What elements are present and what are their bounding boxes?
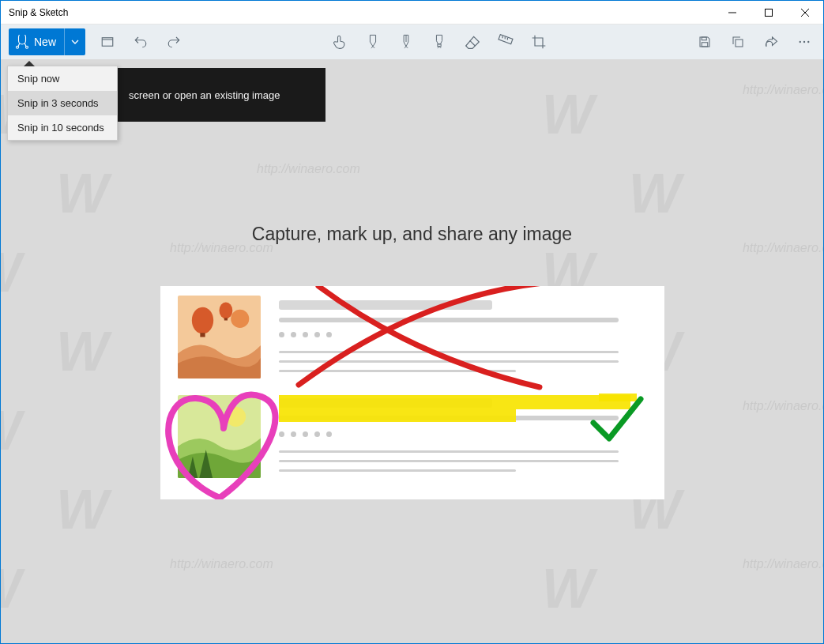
sample-image-hills <box>178 395 261 478</box>
svg-line-14 <box>504 37 506 40</box>
maximize-button[interactable] <box>751 1 787 24</box>
titlebar: Snip & Sketch <box>1 1 823 24</box>
ballpoint-pen-icon <box>366 34 380 50</box>
new-button[interactable]: New <box>9 28 64 55</box>
svg-line-13 <box>502 36 503 39</box>
sample-image-balloons <box>178 296 261 378</box>
svg-point-23 <box>231 310 249 328</box>
svg-rect-1 <box>766 9 773 16</box>
share-icon <box>764 35 778 49</box>
svg-point-29 <box>225 407 245 427</box>
copy-button[interactable] <box>722 28 754 55</box>
app-window: Snip & Sketch New <box>0 0 824 644</box>
ballpoint-pen-button[interactable] <box>357 28 389 55</box>
svg-point-24 <box>191 307 213 334</box>
new-dropdown-menu: Snip now Snip in 3 seconds Snip in 10 se… <box>7 66 118 141</box>
ruler-button[interactable] <box>490 28 521 55</box>
new-split-button: New <box>9 28 85 55</box>
maximize-icon <box>765 9 773 17</box>
more-button[interactable] <box>788 28 820 55</box>
svg-point-19 <box>800 41 801 43</box>
eraser-icon <box>465 34 480 50</box>
undo-icon <box>134 35 148 49</box>
sample-canvas <box>160 286 664 499</box>
redo-icon <box>167 35 181 49</box>
svg-point-7 <box>26 46 28 48</box>
svg-point-6 <box>17 46 19 48</box>
svg-rect-32 <box>599 394 637 401</box>
touch-writing-icon <box>332 34 348 50</box>
open-file-icon <box>100 35 115 49</box>
svg-line-11 <box>470 40 476 46</box>
new-button-tooltip: screen or open an existing image <box>118 68 325 122</box>
highlighter-icon <box>432 34 446 50</box>
close-button[interactable] <box>787 1 823 24</box>
svg-line-15 <box>507 38 509 40</box>
highlighter-button[interactable] <box>423 28 455 55</box>
crop-icon <box>531 34 547 50</box>
more-icon <box>797 35 811 49</box>
tooltip-text: screen or open an existing image <box>129 89 280 101</box>
svg-rect-17 <box>702 43 708 47</box>
chevron-down-icon <box>71 38 79 46</box>
redo-button[interactable] <box>158 28 190 55</box>
headline-text: Capture, mark up, and share any image <box>252 224 572 245</box>
minimize-button[interactable] <box>714 1 751 24</box>
svg-point-26 <box>219 302 232 318</box>
content-area: Whttp://winaero.comWhttp://winaero.com W… <box>1 59 823 643</box>
eraser-button[interactable] <box>457 28 488 55</box>
touch-writing-button[interactable] <box>324 28 356 55</box>
svg-rect-12 <box>499 35 513 44</box>
snip-icon <box>15 35 29 49</box>
svg-point-21 <box>807 41 809 43</box>
save-button[interactable] <box>689 28 721 55</box>
window-title: Snip & Sketch <box>1 7 68 18</box>
close-icon <box>801 9 809 17</box>
svg-rect-16 <box>702 37 706 40</box>
pencil-icon <box>399 34 413 50</box>
menu-item-snip-now[interactable]: Snip now <box>8 66 117 91</box>
save-icon <box>698 35 712 49</box>
minimize-icon <box>728 9 736 17</box>
undo-button[interactable] <box>125 28 156 55</box>
svg-rect-8 <box>102 38 113 47</box>
new-dropdown-button[interactable] <box>64 28 85 55</box>
svg-point-20 <box>803 41 805 43</box>
ruler-icon <box>498 34 514 50</box>
toolbar: New <box>1 24 823 59</box>
menu-item-snip-3s[interactable]: Snip in 3 seconds <box>8 91 117 115</box>
copy-icon <box>731 35 745 49</box>
crop-button[interactable] <box>523 28 555 55</box>
menu-item-snip-10s[interactable]: Snip in 10 seconds <box>8 115 117 140</box>
pencil-button[interactable] <box>390 28 422 55</box>
svg-rect-25 <box>200 333 205 337</box>
share-button[interactable] <box>755 28 787 55</box>
open-file-button[interactable] <box>92 28 123 55</box>
svg-rect-27 <box>224 318 227 320</box>
new-button-label: New <box>34 36 56 48</box>
svg-rect-18 <box>736 40 743 47</box>
